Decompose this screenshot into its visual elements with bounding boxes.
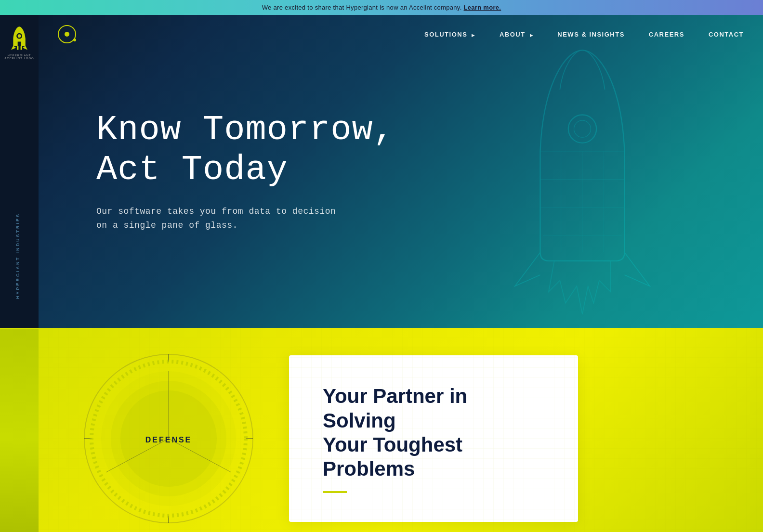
hero-subtitle: Our software takes you from data to deci… [96, 205, 347, 233]
nav-link-news[interactable]: NEWS & INSIGHTS [557, 31, 625, 38]
yellow-left-sidebar [0, 329, 39, 532]
nav-item-news[interactable]: NEWS & INSIGHTS [557, 30, 625, 39]
yellow-content-area: DEFENSE Your Partner in Solving Your Tou… [39, 328, 763, 532]
announcement-bar: We are excited to share that Hypergiant … [0, 0, 763, 15]
nav-logo-area [58, 25, 76, 43]
dial-container: DEFENSE [77, 347, 260, 530]
sidebar-vertical-label: HYPERGIANT INDUSTRIES [15, 213, 20, 299]
hero-title: Know Tomorrow, Act Today [96, 110, 734, 190]
svg-rect-11 [17, 46, 18, 50]
svg-rect-12 [20, 46, 22, 50]
nav-link-solutions[interactable]: SOLUTIONS ▶ [424, 31, 475, 38]
nav-logo-circle-icon[interactable] [58, 25, 76, 43]
nav-logo-dot-icon [73, 39, 76, 41]
yellow-section: DEFENSE Your Partner in Solving Your Tou… [0, 328, 763, 532]
hero-section: Hypergiant Accelint Logo HYPERGIANT INDU… [0, 15, 763, 328]
announcement-link[interactable]: Learn more. [464, 4, 501, 11]
nav-item-contact[interactable]: CONTACT [709, 30, 744, 39]
nav-logo-inner-icon [65, 32, 69, 37]
brand-logo-icon [9, 25, 30, 51]
svg-text:DEFENSE: DEFENSE [145, 436, 192, 444]
nav-item-about[interactable]: ABOUT ▶ [500, 30, 533, 39]
nav-link-careers[interactable]: CAREERS [649, 31, 684, 38]
dial-svg: DEFENSE [77, 347, 260, 530]
hero-content: Know Tomorrow, Act Today Our software ta… [39, 15, 763, 328]
nav-item-careers[interactable]: CAREERS [649, 30, 684, 39]
svg-point-10 [17, 34, 21, 38]
navbar: SOLUTIONS ▶ ABOUT ▶ NEWS & INSIGHTS CARE… [39, 15, 763, 53]
nav-links: SOLUTIONS ▶ ABOUT ▶ NEWS & INSIGHTS CARE… [424, 30, 744, 39]
logo-container: Hypergiant Accelint Logo [0, 25, 39, 60]
about-dropdown-arrow-icon: ▶ [530, 33, 534, 38]
nav-link-about[interactable]: ABOUT ▶ [500, 31, 533, 38]
nav-item-solutions[interactable]: SOLUTIONS ▶ [424, 30, 475, 39]
logo-text: Hypergiant Accelint Logo [0, 54, 39, 60]
left-sidebar: Hypergiant Accelint Logo HYPERGIANT INDU… [0, 15, 39, 328]
nav-link-contact[interactable]: CONTACT [709, 31, 744, 38]
solutions-dropdown-arrow-icon: ▶ [472, 33, 475, 38]
announcement-text: We are excited to share that Hypergiant … [262, 4, 462, 11]
